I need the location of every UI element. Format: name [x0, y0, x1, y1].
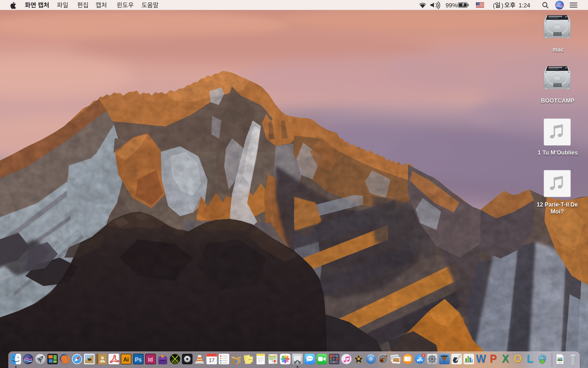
svg-text:P: P [490, 353, 497, 365]
svg-text:1:24: 1:24 [519, 2, 530, 9]
svg-text:X: X [502, 353, 509, 365]
svg-text:99%: 99% [446, 2, 458, 9]
svg-text:O: O [514, 353, 522, 365]
svg-text:Ai: Ai [123, 356, 129, 363]
svg-text:Plan: Plan [249, 358, 252, 361]
svg-text:(: ( [493, 2, 495, 9]
svg-text:4: 4 [423, 354, 424, 357]
svg-text:L: L [527, 353, 533, 365]
svg-text:): ) [502, 2, 503, 9]
svg-text:Ps: Ps [135, 356, 142, 363]
svg-text:W: W [476, 353, 486, 365]
svg-text:17: 17 [209, 357, 215, 363]
svg-text:JPG: JPG [559, 362, 562, 364]
svg-text:Id: Id [148, 356, 153, 363]
